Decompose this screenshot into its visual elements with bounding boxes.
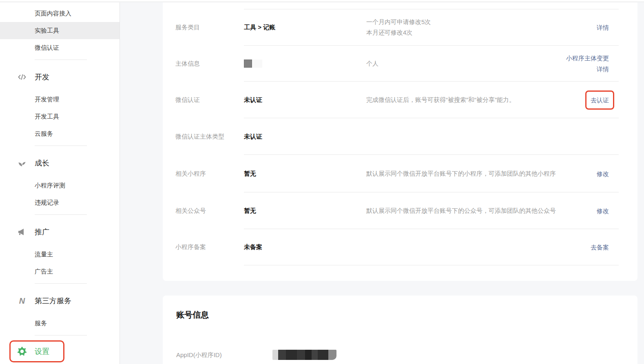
sidebar-item-settings-label: 设置 <box>35 346 49 356</box>
sidebar-item-develop-management[interactable]: 开发管理 <box>0 91 120 108</box>
megaphone-icon <box>17 227 27 237</box>
sidebar-item-wechat-verification[interactable]: 微信认证 <box>0 39 120 56</box>
sidebar-item-experimental-tools[interactable]: 实验工具 <box>0 22 120 39</box>
go-verify-link[interactable]: 去认证 <box>591 97 609 104</box>
redacted-appid-value <box>272 350 336 360</box>
gear-icon <box>17 346 27 356</box>
sidebar-section-label: 开发 <box>35 72 49 82</box>
row-desc: 默认展示同个微信开放平台账号下的小程序，可添加团队的其他小程序 <box>366 168 556 179</box>
row-label: 微信认证主体类型 <box>163 133 244 141</box>
table-row-subject-info: 主体信息 个人 小程序主体变更 详情 <box>163 46 637 82</box>
code-icon <box>17 72 27 82</box>
row-desc-line: 本月还可修改4次 <box>366 27 556 38</box>
sidebar-section-promotion[interactable]: 推广 <box>0 223 120 241</box>
subject-type: 个人 <box>366 58 556 69</box>
sidebar-item-page-content[interactable]: 页面内容接入 <box>0 5 120 22</box>
row-desc: 默认展示同个微信开放平台账号下的公众号，可添加团队的其他公众号 <box>366 205 556 216</box>
subject-avatar <box>244 60 252 68</box>
subject-change-link[interactable]: 小程序主体变更 <box>566 55 609 62</box>
row-value: 未备案 <box>244 243 366 251</box>
sidebar: 页面内容接入 实验工具 微信认证 开发 开发管理 开发工具 云服务 成长 小程序… <box>0 2 120 364</box>
modify-link[interactable]: 修改 <box>597 207 609 214</box>
sidebar-section-third-party[interactable]: N 第三方服务 <box>0 292 120 310</box>
table-row-related-official-accounts: 相关公众号 暂无 默认展示同个微信开放平台账号下的公众号，可添加团队的其他公众号… <box>163 192 637 229</box>
row-value: 未认证 <box>244 133 366 141</box>
sidebar-item-violation-records[interactable]: 违规记录 <box>0 194 120 211</box>
sidebar-divider <box>35 146 87 146</box>
go-filing-link[interactable]: 去备案 <box>591 244 609 251</box>
sidebar-section-develop[interactable]: 开发 <box>0 68 120 86</box>
row-label: 相关小程序 <box>163 170 244 178</box>
table-row-service-category: 服务类目 工具 > 记账 一个月内可申请修改5次 本月还可修改4次 详情 <box>163 9 637 46</box>
sidebar-section-label: 推广 <box>35 227 49 237</box>
appid-label: AppID(小程序ID) <box>176 351 222 359</box>
sidebar-item-service[interactable]: 服务 <box>0 315 120 332</box>
row-value: 未认证 <box>244 96 366 104</box>
sidebar-item-develop-tools[interactable]: 开发工具 <box>0 108 120 125</box>
modify-link[interactable]: 修改 <box>597 170 609 177</box>
third-party-icon: N <box>17 296 27 306</box>
main-content: 服务类目 工具 > 记账 一个月内可申请修改5次 本月还可修改4次 详情 主体信… <box>120 2 644 364</box>
settings-card: 服务类目 工具 > 记账 一个月内可申请修改5次 本月还可修改4次 详情 主体信… <box>163 2 637 281</box>
account-info-title: 账号信息 <box>176 309 209 320</box>
row-value: 暂无 <box>244 207 366 215</box>
sidebar-item-settings-annotated[interactable]: 设置 <box>9 340 64 362</box>
sidebar-divider <box>35 335 87 335</box>
row-label: 相关公众号 <box>163 207 244 215</box>
sidebar-section-label: 第三方服务 <box>35 296 71 306</box>
row-label: 微信认证 <box>163 96 244 104</box>
sidebar-item-miniprogram-evaluation[interactable]: 小程序评测 <box>0 177 120 194</box>
row-desc: 完成微信认证后，账号可获得“被搜索”和“被分享”能力。 <box>366 95 556 105</box>
row-separator <box>244 265 619 265</box>
sidebar-divider <box>35 214 87 215</box>
row-label: 小程序备案 <box>163 243 244 251</box>
sidebar-section-label: 成长 <box>35 158 49 168</box>
annotation-box-go-verify: 去认证 <box>585 90 614 110</box>
sprout-icon <box>17 158 27 168</box>
row-label: 主体信息 <box>163 60 244 68</box>
redacted-subject-name <box>244 60 366 68</box>
account-info-card: 账号信息 AppID(小程序ID) <box>163 296 637 364</box>
row-value: 工具 > 记账 <box>244 24 366 31</box>
table-row-miniprogram-icp-filing: 小程序备案 未备案 去备案 <box>163 229 637 265</box>
table-row-related-miniprograms: 相关小程序 暂无 默认展示同个微信开放平台账号下的小程序，可添加团队的其他小程序… <box>163 155 637 192</box>
top-header-edge <box>0 0 644 2</box>
sidebar-divider <box>35 283 87 284</box>
sidebar-item-cloud-service[interactable]: 云服务 <box>0 125 120 142</box>
table-row-wechat-verification: 微信认证 未认证 完成微信认证后，账号可获得“被搜索”和“被分享”能力。 去认证 <box>163 82 637 118</box>
row-label: 服务类目 <box>163 24 244 31</box>
details-link[interactable]: 详情 <box>597 24 609 31</box>
row-value: 暂无 <box>244 170 366 178</box>
sidebar-item-traffic-owner[interactable]: 流量主 <box>0 246 120 263</box>
sidebar-section-growth[interactable]: 成长 <box>0 154 120 172</box>
sidebar-divider <box>35 60 87 60</box>
row-desc-line: 一个月内可申请修改5次 <box>366 17 556 27</box>
sidebar-item-advertiser[interactable]: 广告主 <box>0 263 120 280</box>
table-row-verification-subject-type: 微信认证主体类型 未认证 <box>163 118 637 155</box>
details-link[interactable]: 详情 <box>597 66 609 73</box>
